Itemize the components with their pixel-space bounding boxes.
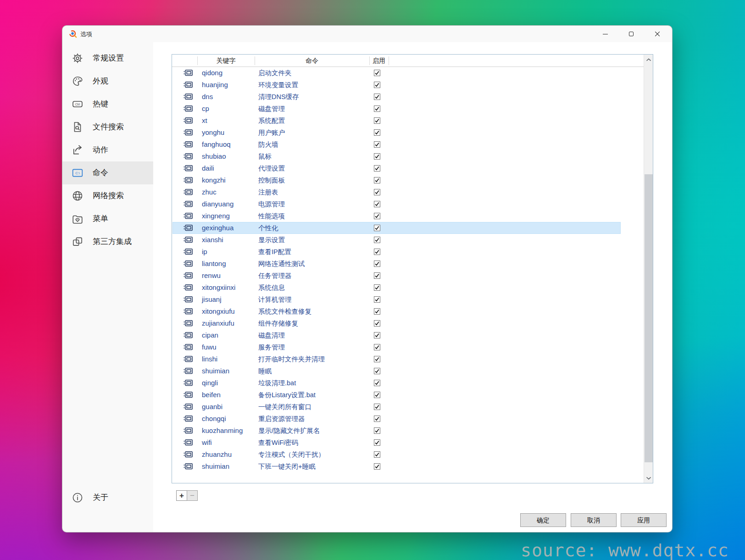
table-row[interactable]: gexinghua 个性化 xyxy=(172,222,621,234)
row-keyword: dns xyxy=(202,91,213,103)
row-enabled-checkbox[interactable] xyxy=(374,213,380,219)
table-row[interactable]: xt 系统配置 xyxy=(172,115,621,127)
cancel-button[interactable]: 取消 xyxy=(571,513,617,527)
row-enabled-checkbox[interactable] xyxy=(374,380,380,386)
checkmark-icon xyxy=(374,464,380,469)
row-enabled-checkbox[interactable] xyxy=(374,141,380,148)
row-enabled-checkbox[interactable] xyxy=(374,237,380,243)
table-row[interactable]: yonghu 用户账户 xyxy=(172,127,621,139)
table-row[interactable]: dianyuang 电源管理 xyxy=(172,198,621,210)
row-enabled-checkbox[interactable] xyxy=(374,82,380,88)
table-row[interactable]: cp 磁盘管理 xyxy=(172,103,621,115)
close-button[interactable] xyxy=(647,27,668,41)
row-enabled-checkbox[interactable] xyxy=(374,225,380,231)
minimize-button[interactable] xyxy=(595,27,616,41)
sidebar-item-actions[interactable]: 动作 xyxy=(62,139,153,161)
sidebar-item-web-search[interactable]: 网络搜索 xyxy=(62,184,153,207)
table-row[interactable]: dns 清理DNS缓存 xyxy=(172,91,621,103)
row-enabled-checkbox[interactable] xyxy=(374,249,380,255)
row-enabled-checkbox[interactable] xyxy=(374,261,380,267)
table-row[interactable]: fuwu 服务管理 xyxy=(172,341,621,353)
scroll-up-button[interactable] xyxy=(644,55,653,65)
table-row[interactable]: qingli 垃圾清理.bat xyxy=(172,377,621,389)
vertical-scrollbar[interactable] xyxy=(644,55,653,483)
row-enabled-checkbox[interactable] xyxy=(374,165,380,172)
row-enabled-checkbox[interactable] xyxy=(374,201,380,207)
row-enabled-checkbox[interactable] xyxy=(374,404,380,410)
ok-button[interactable]: 确定 xyxy=(520,513,566,527)
sidebar-item-about[interactable]: 关于 xyxy=(62,486,153,509)
row-enabled-checkbox[interactable] xyxy=(374,94,380,100)
table-row[interactable]: zujianxiufu 组件存储修复 xyxy=(172,317,621,329)
table-row[interactable]: shuimian 下班一键关闭+睡眠 xyxy=(172,460,621,472)
row-enabled-checkbox[interactable] xyxy=(374,284,380,291)
row-enabled-checkbox[interactable] xyxy=(374,427,380,434)
table-row[interactable]: liantong 网络连通性测试 xyxy=(172,258,621,270)
remove-command-button[interactable]: − xyxy=(187,490,198,501)
command-row-icon xyxy=(183,451,193,458)
table-row[interactable]: ip 查看IP配置 xyxy=(172,246,621,258)
row-enabled-checkbox[interactable] xyxy=(374,153,380,160)
table-row[interactable]: beifen 备份Listary设置.bat xyxy=(172,389,621,401)
action-icon xyxy=(72,144,83,156)
row-enabled-checkbox[interactable] xyxy=(374,70,380,76)
checkmark-icon xyxy=(374,333,380,338)
table-row[interactable]: xitongxiinxi 系统信息 xyxy=(172,282,621,294)
table-row[interactable]: qidong 启动文件夹 xyxy=(172,67,621,79)
table-row[interactable]: zhuc 注册表 xyxy=(172,186,621,198)
table-row[interactable]: zhuanzhu 专注模式（关闭干扰） xyxy=(172,449,621,460)
sidebar-item-hotkeys[interactable]: Ctrl 热键 xyxy=(62,93,153,116)
row-enabled-checkbox[interactable] xyxy=(374,368,380,374)
table-row[interactable]: jisuanj 计算机管理 xyxy=(172,294,621,305)
row-enabled-checkbox[interactable] xyxy=(374,344,380,350)
sidebar-item-file-search[interactable]: 文件搜索 xyxy=(62,116,153,139)
row-enabled-checkbox[interactable] xyxy=(374,463,380,470)
table-row[interactable]: linshi 打开临时文件夹并清理 xyxy=(172,353,621,365)
row-enabled-checkbox[interactable] xyxy=(374,332,380,338)
table-row[interactable]: fanghuoq 防火墙 xyxy=(172,139,621,150)
row-enabled-checkbox[interactable] xyxy=(374,177,380,183)
sidebar-item-appearance[interactable]: 外观 xyxy=(62,70,153,93)
row-enabled-checkbox[interactable] xyxy=(374,117,380,124)
checkmark-icon xyxy=(374,201,380,207)
table-row[interactable]: xianshi 显示设置 xyxy=(172,234,621,246)
table-row[interactable]: shuimian 睡眠 xyxy=(172,365,621,377)
table-row[interactable]: kuozhanming 显示/隐藏文件扩展名 xyxy=(172,425,621,437)
sidebar-item-third-party[interactable]: 第三方集成 xyxy=(62,230,153,253)
row-enabled-checkbox[interactable] xyxy=(374,272,380,279)
row-enabled-checkbox[interactable] xyxy=(374,129,380,136)
row-enabled-checkbox[interactable] xyxy=(374,308,380,315)
table-row[interactable]: kongzhi 控制面板 xyxy=(172,174,621,186)
row-enabled-checkbox[interactable] xyxy=(374,320,380,327)
table-row[interactable]: guanbi 一键关闭所有窗口 xyxy=(172,401,621,413)
row-enabled-checkbox[interactable] xyxy=(374,416,380,422)
sidebar-item-label: 常规设置 xyxy=(93,47,124,70)
table-row[interactable]: cipan 磁盘清理 xyxy=(172,329,621,341)
table-row[interactable]: huanjing 环境变量设置 xyxy=(172,79,621,91)
row-enabled-checkbox[interactable] xyxy=(374,105,380,112)
row-enabled-checkbox[interactable] xyxy=(374,439,380,446)
add-command-button[interactable]: + xyxy=(176,490,187,501)
table-row[interactable]: shubiao 鼠标 xyxy=(172,150,621,162)
sidebar-item-commands[interactable]: C:\ 命令 xyxy=(62,161,153,184)
row-enabled-checkbox[interactable] xyxy=(374,296,380,303)
scrollbar-thumb[interactable] xyxy=(645,174,653,462)
row-enabled-checkbox[interactable] xyxy=(374,451,380,458)
table-row[interactable]: xitongxiufu 系统文件检查修复 xyxy=(172,305,621,317)
titlebar[interactable]: 选项 xyxy=(62,26,672,42)
row-enabled-checkbox[interactable] xyxy=(374,356,380,362)
sidebar-item-menus[interactable]: 菜单 xyxy=(62,207,153,230)
row-enabled-checkbox[interactable] xyxy=(374,392,380,398)
row-enabled-checkbox[interactable] xyxy=(374,189,380,195)
table-row[interactable]: chongqi 重启资源管理器 xyxy=(172,413,621,425)
chevron-down-icon xyxy=(646,477,651,480)
table-row[interactable]: daili 代理设置 xyxy=(172,162,621,174)
maximize-button[interactable] xyxy=(621,27,642,41)
table-row[interactable]: xingneng 性能选项 xyxy=(172,210,621,222)
scroll-down-button[interactable] xyxy=(644,473,653,483)
row-keyword: guanbi xyxy=(202,401,222,413)
table-row[interactable]: wifi 查看WiFi密码 xyxy=(172,437,621,449)
sidebar-item-general-settings[interactable]: 常规设置 xyxy=(62,47,153,70)
apply-button[interactable]: 应用 xyxy=(621,513,667,527)
table-row[interactable]: renwu 任务管理器 xyxy=(172,270,621,282)
